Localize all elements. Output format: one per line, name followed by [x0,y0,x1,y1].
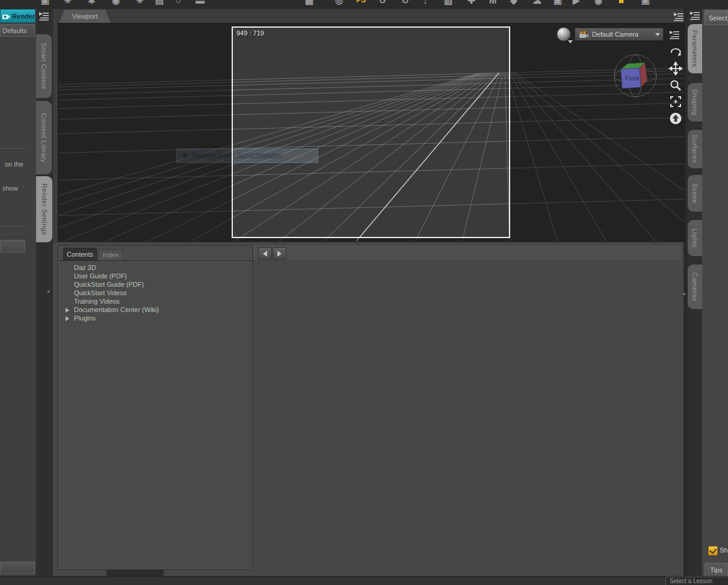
pane-menu-icon[interactable] [38,10,50,21]
tree-item-daz3d[interactable]: Daz 3D [58,264,252,272]
cursor-tool-icon[interactable]: ▶ [573,0,580,5]
burst-icon[interactable]: ✳ [136,0,144,5]
render-resolution-label: 949 : 719 [236,29,264,37]
active-tool-icon[interactable]: ■ [618,0,624,5]
pane-menu-icon[interactable] [689,10,701,20]
right-tab-shaping[interactable]: Shaping [688,83,702,121]
tree-item-label: QuickStart Guide (PDF) [74,281,144,288]
tips-tab[interactable]: Tips [705,563,728,576]
view-cube-gizmo[interactable]: Front [612,54,659,98]
copy-icon[interactable]: ▥ [444,0,452,5]
rect-tool-icon[interactable]: ▬ [196,0,205,5]
back-arrow-icon [263,251,267,257]
right-tab-cameras[interactable]: Cameras [688,265,702,309]
tab-divider [58,260,252,261]
grid-icon[interactable]: ▦ [305,0,313,5]
help-contents-panel: Contents Index Daz 3D User Guide (PDF) Q… [58,245,253,570]
merge-icon[interactable]: M [489,0,497,5]
render-camera-glyph-icon [2,13,10,19]
sidebar-partial-button[interactable] [0,240,25,253]
camera-selector-dropdown[interactable]: Default Camera [575,28,664,41]
right-tab-lights[interactable]: Lights [688,220,702,256]
render-button-label: Render [12,13,35,20]
expander-icon[interactable] [66,308,69,313]
viewport-options-menu-icon[interactable] [668,29,680,40]
reset-camera-home-icon[interactable] [668,111,683,126]
tab-label: Contents [67,251,93,258]
video-camera-icon [578,31,589,38]
camera-selector-value: Default Camera [592,31,652,38]
viewport-3d-view[interactable]: Rechteckiges Ausschneiden 949 : 719 Defa… [58,23,685,242]
ground-grid [58,23,684,241]
draw-style-dropdown-arrow-icon[interactable] [568,40,573,43]
right-tab-surfaces[interactable]: Surfaces [688,130,702,168]
disco-sphere-icon[interactable]: ◉ [112,0,120,5]
show-tips-checkbox[interactable] [708,546,718,556]
sidebar-tab-content-library[interactable]: Content Library [36,101,52,174]
splitter-collapse-handle[interactable]: ◂ [47,289,49,294]
select-button[interactable]: Select [705,10,728,25]
diamond-icon[interactable]: ◆ [510,0,517,5]
snip-tooltip-label: Rechteckiges Ausschneiden [192,152,282,160]
right-side-panel [702,9,728,576]
panel-dark-gap [106,570,164,576]
viewport-pane-menu-icon[interactable] [673,11,685,22]
download-arrow-icon[interactable]: ↓ [423,0,428,5]
sidebar-bottom-button[interactable] [0,562,35,574]
help-tab-contents[interactable]: Contents [63,248,97,260]
viewport-tab[interactable]: Viewport [59,10,111,23]
sidebar-divider [0,227,28,228]
circle-arrow-icon[interactable]: ◎ [335,0,343,5]
viewport-pane: Viewport [53,9,683,243]
expander-icon[interactable] [66,316,69,321]
right-tab-scene[interactable]: Scene [688,175,702,212]
snip-tooltip-icon [182,153,187,158]
tree-item-documentation-center[interactable]: Documentation Center (Wiki) [58,306,252,314]
cloud-icon[interactable]: ☁ [532,0,541,5]
rotate-ccw-icon[interactable]: ↺ [379,0,387,5]
render-button[interactable]: Render [0,9,35,23]
frame-selection-icon[interactable] [668,94,683,109]
tab-label: Cameras [691,272,699,301]
orbit-camera-icon[interactable] [668,44,683,59]
tab-label: Shaping [691,89,699,115]
tab-label: Content Library [40,113,48,163]
rotate-cw-icon[interactable]: ↻ [401,0,409,5]
select-a-lesson-bar[interactable]: Select a Lesson [665,577,728,585]
sphere-view-icon[interactable]: ◉ [594,0,602,5]
tree-item-quickstart-videos[interactable]: QuickStart Videos [58,289,252,298]
camera-icon[interactable]: ▣ [641,0,650,5]
pan-camera-icon[interactable] [668,61,683,76]
tree-item-training-videos[interactable]: Training Videos [58,298,252,306]
tree-item-quickstart-guide[interactable]: QuickStart Guide (PDF) [58,281,252,289]
render-camera-icon[interactable]: ▣ [554,0,562,5]
sidebar-tab-render-settings[interactable]: Render Settings [36,176,52,242]
help-back-button[interactable] [258,247,272,260]
tab-label: Render Settings [41,183,48,235]
right-splitter-strip[interactable]: ▸ [683,243,688,576]
help-forward-button[interactable] [273,247,286,260]
defaults-button[interactable]: Defaults [0,24,35,37]
tab-label: Scene [691,183,699,204]
help-tab-index[interactable]: Index [98,249,123,260]
sidebar-tab-smart-content[interactable]: Smart Content [36,34,52,98]
duplicate-node-icon[interactable]: ▤ [155,0,164,5]
checkmark-icon [709,547,717,554]
sidebar-text-fragment: on the [5,161,23,168]
photoshop-bridge-icon[interactable]: PS [356,0,366,5]
tree-item-plugins[interactable]: Plugins [58,314,252,323]
draw-style-ball-icon[interactable] [557,27,571,41]
camera-dropdown-arrow-icon [655,33,660,36]
spray-icon[interactable]: ○ [176,0,181,5]
right-tab-parameters[interactable]: Parameters [688,24,702,73]
folder-icon[interactable]: ▣ [41,0,49,5]
tree-item-user-guide[interactable]: User Guide (PDF) [58,272,252,281]
bottom-panel: Contents Index Daz 3D User Guide (PDF) Q… [53,243,683,576]
right-tab-strip: Parameters Shaping Surfaces Scene Lights… [688,9,702,576]
hand-tool-icon[interactable]: ✚ [467,0,475,5]
tree-item-label: Plugins [74,314,96,322]
spotlight-icon[interactable]: ✳ [64,0,72,5]
point-light-icon[interactable]: ✱ [88,0,96,5]
zoom-camera-icon[interactable] [668,78,683,93]
splitter-collapse-handle[interactable]: ▸ [683,291,686,296]
